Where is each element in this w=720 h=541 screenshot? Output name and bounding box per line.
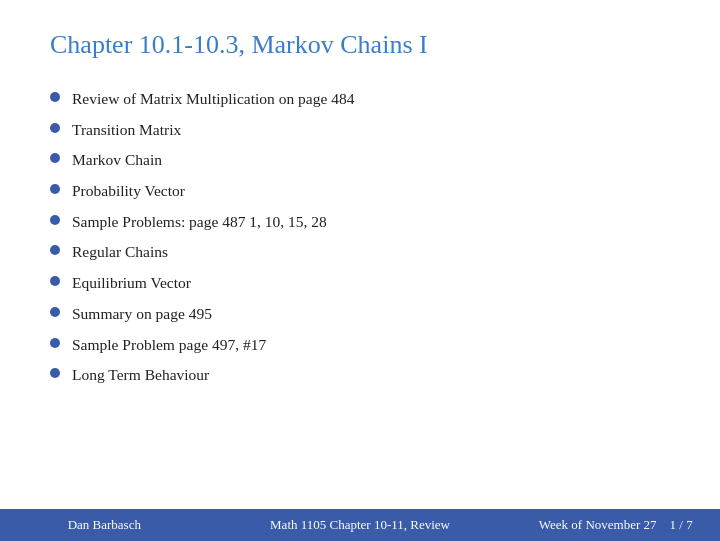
bullet-text: Sample Problems: page 487 1, 10, 15, 28 <box>72 211 670 233</box>
bullet-dot-icon <box>50 184 60 194</box>
bullet-dot-icon <box>50 245 60 255</box>
bullet-text: Review of Matrix Multiplication on page … <box>72 88 670 110</box>
footer: Dan Barbasch Math 1105 Chapter 10-11, Re… <box>0 509 720 541</box>
bullet-dot-icon <box>50 307 60 317</box>
bullet-dot-icon <box>50 276 60 286</box>
slide: Chapter 10.1-10.3, Markov Chains I Revie… <box>0 0 720 541</box>
bullet-list: Review of Matrix Multiplication on page … <box>50 88 670 386</box>
bullet-item-2: Markov Chain <box>50 149 670 171</box>
footer-info: Week of November 27 1 / 7 <box>511 517 720 533</box>
footer-page: 1 / 7 <box>670 517 693 532</box>
bullet-item-6: Equilibrium Vector <box>50 272 670 294</box>
bullet-item-5: Regular Chains <box>50 241 670 263</box>
bullet-text: Markov Chain <box>72 149 670 171</box>
bullet-text: Probability Vector <box>72 180 670 202</box>
bullet-text: Equilibrium Vector <box>72 272 670 294</box>
slide-title: Chapter 10.1-10.3, Markov Chains I <box>50 30 670 60</box>
bullet-text: Long Term Behaviour <box>72 364 670 386</box>
footer-title: Math 1105 Chapter 10-11, Review <box>209 517 512 533</box>
bullet-text: Regular Chains <box>72 241 670 263</box>
bullet-item-9: Long Term Behaviour <box>50 364 670 386</box>
bullet-item-3: Probability Vector <box>50 180 670 202</box>
bullet-dot-icon <box>50 338 60 348</box>
bullet-text: Sample Problem page 497, #17 <box>72 334 670 356</box>
bullet-dot-icon <box>50 123 60 133</box>
bullet-dot-icon <box>50 215 60 225</box>
bullet-item-7: Summary on page 495 <box>50 303 670 325</box>
bullet-item-8: Sample Problem page 497, #17 <box>50 334 670 356</box>
bullet-item-0: Review of Matrix Multiplication on page … <box>50 88 670 110</box>
slide-content: Chapter 10.1-10.3, Markov Chains I Revie… <box>0 0 720 509</box>
bullet-item-4: Sample Problems: page 487 1, 10, 15, 28 <box>50 211 670 233</box>
bullet-text: Transition Matrix <box>72 119 670 141</box>
bullet-text: Summary on page 495 <box>72 303 670 325</box>
footer-author: Dan Barbasch <box>0 517 209 533</box>
footer-date: Week of November 27 <box>539 517 657 532</box>
bullet-dot-icon <box>50 368 60 378</box>
bullet-item-1: Transition Matrix <box>50 119 670 141</box>
bullet-dot-icon <box>50 153 60 163</box>
bullet-dot-icon <box>50 92 60 102</box>
